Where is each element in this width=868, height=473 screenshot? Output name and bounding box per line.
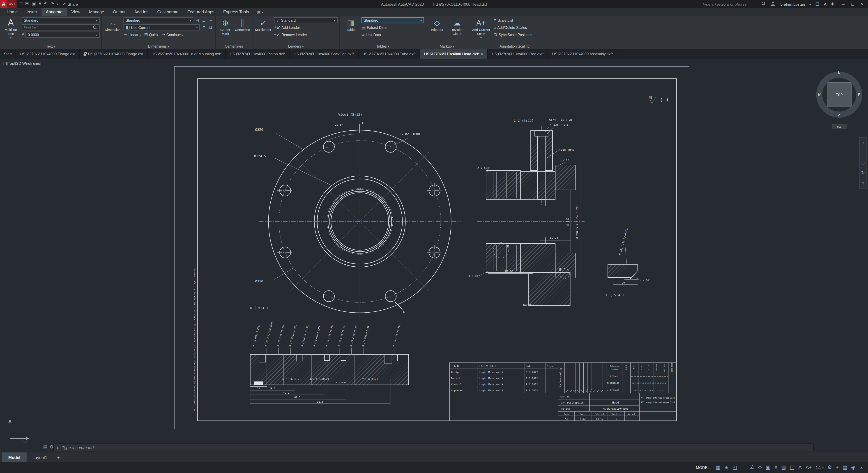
tab-featured-apps[interactable]: Featured Apps bbox=[183, 8, 219, 16]
continue-dimension-button[interactable]: Continue bbox=[162, 32, 183, 38]
quick-properties-icon[interactable] bbox=[842, 465, 847, 470]
annotation-monitor-icon[interactable] bbox=[836, 465, 839, 470]
leaders-panel-footer[interactable]: Leaders bbox=[252, 43, 339, 49]
pan-icon[interactable] bbox=[862, 151, 864, 156]
object-snap-icon[interactable] bbox=[766, 465, 771, 470]
file-tab[interactable]: HS Ø270xØ110x4000 Assembly.dxf* bbox=[548, 49, 617, 59]
command-customize-icon[interactable] bbox=[43, 445, 48, 449]
table-style-dropdown[interactable]: Standard bbox=[362, 17, 424, 23]
multileader-button[interactable]: Multileader bbox=[254, 17, 272, 42]
table-button[interactable]: Table bbox=[342, 17, 360, 42]
ribbon-options-button[interactable] bbox=[253, 8, 267, 16]
multiline-text-button[interactable]: Multiline Text bbox=[2, 17, 20, 42]
infer-constraints-icon[interactable] bbox=[733, 465, 737, 470]
linear-dimension-button[interactable]: Linear bbox=[123, 32, 141, 38]
find-text-input[interactable] bbox=[24, 26, 92, 29]
revision-cloud-button[interactable]: Revision Cloud bbox=[448, 17, 466, 42]
quick-access-caret-icon[interactable] bbox=[57, 2, 58, 6]
undo-icon[interactable] bbox=[44, 2, 48, 6]
navigation-wheel-icon[interactable] bbox=[862, 141, 864, 146]
viewcube-north[interactable]: N bbox=[838, 70, 840, 75]
tab-manage[interactable]: Manage bbox=[85, 8, 108, 16]
tab-addins[interactable]: Add-ins bbox=[130, 8, 153, 16]
ortho-mode-icon[interactable] bbox=[741, 465, 746, 470]
add-delete-scales-button[interactable]: Add/Delete Scales bbox=[494, 24, 559, 30]
scale-list-button[interactable]: Scale List bbox=[494, 17, 559, 23]
close-button[interactable] bbox=[858, 1, 867, 6]
new-file-icon[interactable] bbox=[20, 2, 22, 6]
autocad-logo-icon[interactable]: A bbox=[0, 0, 7, 8]
dim-break-icon[interactable] bbox=[194, 18, 200, 23]
lineweight-icon[interactable] bbox=[774, 465, 777, 470]
open-file-icon[interactable] bbox=[25, 2, 29, 6]
dim-style-dropdown[interactable]: Standard bbox=[123, 17, 193, 23]
grid-icon[interactable] bbox=[716, 465, 720, 470]
annotation-visibility-icon[interactable] bbox=[798, 465, 802, 470]
signed-in-user[interactable]: ibrahim.bostan bbox=[780, 2, 805, 6]
plot-icon[interactable] bbox=[38, 2, 41, 6]
mleader-style-dropdown[interactable]: Standard bbox=[274, 17, 338, 23]
isometric-drafting-icon[interactable] bbox=[758, 465, 762, 470]
file-tab[interactable]: HS Ø270xØ110x4000...n of Mounting.dxf* bbox=[148, 49, 226, 59]
viewcube-west[interactable]: W bbox=[818, 93, 820, 97]
autoscale-icon[interactable] bbox=[806, 465, 812, 470]
sync-scale-positions-button[interactable]: Sync Scale Positions bbox=[494, 32, 559, 38]
dim-update-icon[interactable] bbox=[208, 25, 214, 30]
user-menu-caret-icon[interactable] bbox=[809, 2, 811, 6]
model-space-canvas[interactable]: [-][Top][2D Wireframe] This technical dr… bbox=[0, 59, 868, 443]
add-leader-button[interactable]: Add Leader bbox=[274, 24, 338, 30]
tab-insert[interactable]: Insert bbox=[22, 8, 41, 16]
snap-mode-icon[interactable] bbox=[724, 465, 728, 470]
quick-dimension-button[interactable]: Quick bbox=[144, 32, 158, 38]
tables-panel-footer[interactable]: Tables bbox=[340, 43, 426, 49]
dim-layer-dropdown[interactable]: Use Current bbox=[123, 24, 200, 30]
tab-annotate[interactable]: Annotate bbox=[41, 8, 67, 16]
find-text-search-icon[interactable] bbox=[93, 25, 97, 30]
text-panel-footer[interactable]: Text bbox=[0, 43, 101, 49]
viewcube-top[interactable]: TOP bbox=[836, 93, 843, 97]
redo-icon[interactable] bbox=[50, 2, 54, 6]
tab-output[interactable]: Output bbox=[108, 8, 130, 16]
graphics-performance-icon[interactable] bbox=[851, 465, 856, 470]
centerline-button[interactable]: Centerline bbox=[235, 17, 250, 42]
viewport-controls[interactable]: [-][Top][2D Wireframe] bbox=[3, 61, 41, 65]
dim-adjust-space-icon[interactable] bbox=[201, 18, 207, 23]
keyword-search-input[interactable] bbox=[702, 2, 760, 6]
viewcube[interactable]: TOP N W E S WCS bbox=[818, 70, 860, 129]
dim-inspect-icon[interactable] bbox=[201, 25, 207, 30]
notification-icon[interactable] bbox=[831, 2, 834, 6]
share-button[interactable]: Share bbox=[63, 2, 78, 6]
annotation-scale-button[interactable]: 1:1 bbox=[816, 466, 824, 469]
viewcube-east[interactable]: E bbox=[858, 93, 860, 97]
center-mark-button[interactable]: Center Mark bbox=[218, 17, 233, 42]
navbar-more-icon[interactable] bbox=[862, 180, 864, 185]
file-tab[interactable]: HS Ø270xØ110x4000 Flange.dxf bbox=[80, 49, 148, 59]
app-store-icon[interactable] bbox=[815, 1, 819, 6]
command-line[interactable]: Type a command bbox=[53, 443, 814, 451]
command-prompt[interactable]: Type a command bbox=[62, 445, 94, 450]
minimize-button[interactable] bbox=[839, 1, 848, 6]
new-layout-button[interactable]: + bbox=[54, 452, 64, 462]
remove-leader-button[interactable]: Remove Leader bbox=[274, 32, 338, 38]
tab-home[interactable]: Home bbox=[2, 8, 22, 16]
add-current-scale-button[interactable]: Add Current Scale bbox=[470, 17, 492, 42]
text-style-dropdown[interactable]: Standard bbox=[22, 17, 100, 23]
dimension-button[interactable]: Dimension bbox=[103, 17, 122, 42]
search-icon[interactable] bbox=[762, 2, 766, 6]
find-text-field[interactable] bbox=[22, 24, 100, 30]
polar-tracking-icon[interactable] bbox=[750, 465, 754, 470]
tab-express-tools[interactable]: Express Tools bbox=[219, 8, 253, 16]
tab-collaborate[interactable]: Collaborate bbox=[153, 8, 183, 16]
selection-cycling-icon[interactable] bbox=[790, 465, 795, 470]
extract-data-button[interactable]: Extract Data bbox=[362, 24, 424, 30]
transparency-icon[interactable] bbox=[781, 465, 786, 470]
wipeout-button[interactable]: Wipeout bbox=[428, 17, 446, 42]
text-height-dropdown[interactable]: 0.0000 bbox=[26, 32, 100, 38]
file-tab[interactable]: HS Ø270xØ110x4000 Tube.dxf* bbox=[358, 49, 420, 59]
file-tab-active[interactable]: HS Ø270xØ110x4000 Head.dxf*× bbox=[420, 49, 488, 59]
tab-model[interactable]: Model bbox=[2, 452, 26, 462]
markup-panel-footer[interactable]: Markup bbox=[426, 43, 468, 49]
file-tab[interactable]: HS Ø270xØ110x4000 BackCap.dxf* bbox=[290, 49, 359, 59]
clean-screen-icon[interactable] bbox=[860, 465, 864, 470]
file-tab-start[interactable]: Start bbox=[0, 49, 16, 59]
